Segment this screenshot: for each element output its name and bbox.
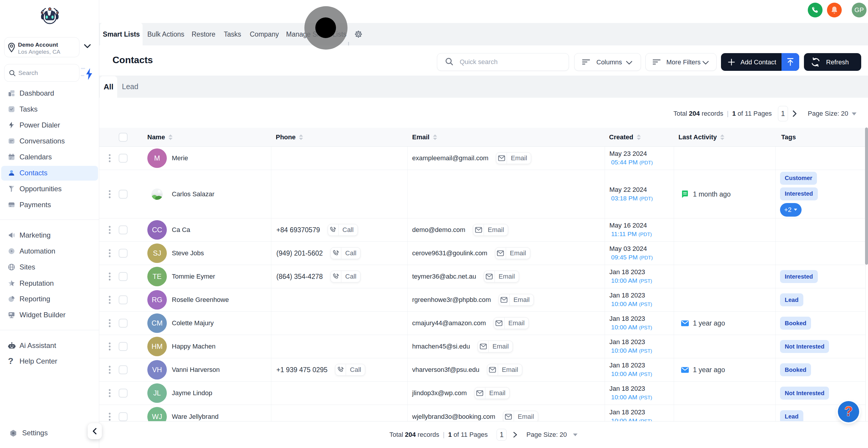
svg-text:?: ?	[844, 405, 852, 418]
